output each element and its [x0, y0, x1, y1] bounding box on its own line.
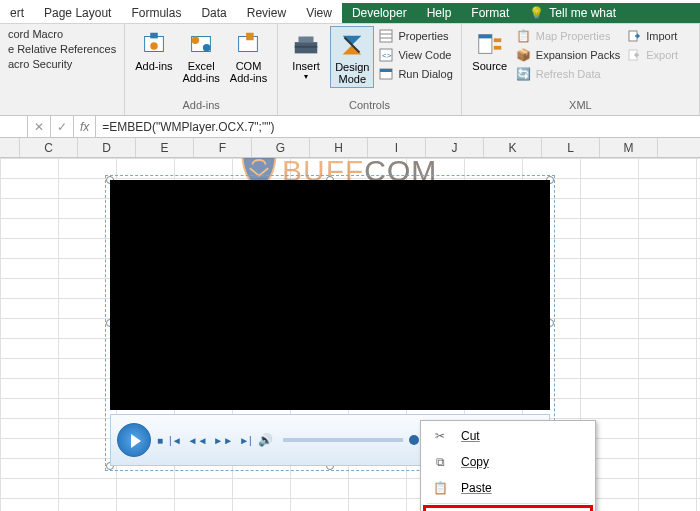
- svg-rect-10: [295, 46, 318, 48]
- tab-review[interactable]: Review: [237, 3, 296, 23]
- group-addins-label: Add-ins: [131, 97, 271, 113]
- column-headers: C D E F G H I J K L M: [0, 138, 700, 158]
- mute-button[interactable]: 🔊: [258, 433, 273, 447]
- col-header[interactable]: F: [194, 138, 252, 157]
- properties-icon: [378, 28, 394, 44]
- import-button[interactable]: Import: [626, 28, 678, 44]
- map-properties-button: 📋 Map Properties: [516, 28, 620, 44]
- svg-rect-1: [150, 33, 158, 39]
- group-controls: Insert ▾ Design Mode Properties: [278, 24, 462, 115]
- col-header[interactable]: J: [426, 138, 484, 157]
- addins-button[interactable]: Add-ins: [131, 26, 176, 74]
- properties-button[interactable]: Properties: [378, 28, 452, 44]
- group-code-label: [6, 109, 118, 113]
- fx-button[interactable]: fx: [74, 116, 96, 137]
- relative-references-button[interactable]: e Relative References: [8, 43, 116, 55]
- macro-security-button[interactable]: acro Security: [8, 58, 116, 70]
- prev-button[interactable]: |◄: [169, 435, 182, 446]
- design-mode-button[interactable]: Design Mode: [330, 26, 374, 88]
- menu-copy[interactable]: ⧉ Copy: [423, 449, 593, 475]
- play-button[interactable]: [117, 423, 151, 457]
- svg-rect-9: [299, 37, 314, 43]
- dialog-icon: [378, 66, 394, 82]
- col-header[interactable]: [0, 138, 20, 157]
- code-icon: <>: [378, 47, 394, 63]
- view-code-button[interactable]: <> View Code: [378, 47, 452, 63]
- svg-point-4: [192, 37, 200, 45]
- svg-text:<>: <>: [382, 51, 392, 60]
- col-header[interactable]: E: [136, 138, 194, 157]
- scissors-icon: ✂: [431, 429, 449, 443]
- run-dialog-button[interactable]: Run Dialog: [378, 66, 452, 82]
- col-header[interactable]: G: [252, 138, 310, 157]
- volume-knob[interactable]: [409, 435, 419, 445]
- worksheet-grid[interactable]: BUFFCOM ■ |◄ ◄◄ ►► ►| 🔊 ✂ Cut ⧉: [0, 158, 700, 511]
- svg-point-2: [150, 42, 158, 50]
- svg-marker-11: [343, 36, 362, 45]
- excel-addins-button[interactable]: Excel Add-ins: [179, 26, 224, 86]
- map-icon: 📋: [516, 28, 532, 44]
- group-xml: Source 📋 Map Properties 📦 Expansion Pack…: [462, 24, 700, 115]
- com-addins-button[interactable]: COM Add-ins: [226, 26, 271, 86]
- stop-button[interactable]: ■: [157, 435, 163, 446]
- menu-separator: [427, 503, 589, 504]
- forward-button[interactable]: ►►: [213, 435, 233, 446]
- col-header[interactable]: H: [310, 138, 368, 157]
- svg-point-5: [203, 44, 211, 52]
- record-macro-button[interactable]: cord Macro: [8, 28, 116, 40]
- tab-developer[interactable]: Developer: [342, 3, 417, 23]
- addins-label: Add-ins: [135, 60, 172, 72]
- col-header[interactable]: M: [600, 138, 658, 157]
- volume-slider[interactable]: [283, 438, 403, 442]
- lightbulb-icon: 💡: [529, 6, 544, 20]
- svg-marker-12: [343, 45, 362, 54]
- menu-paste[interactable]: 📋 Paste: [423, 475, 593, 501]
- tell-me-search[interactable]: 💡 Tell me what: [519, 3, 700, 23]
- design-mode-icon: [336, 29, 368, 61]
- svg-rect-14: [380, 30, 392, 42]
- excel-addins-icon: [185, 28, 217, 60]
- svg-rect-20: [380, 69, 392, 72]
- col-header[interactable]: K: [484, 138, 542, 157]
- group-xml-label: XML: [468, 97, 693, 113]
- video-display: [110, 180, 550, 410]
- export-icon: [626, 47, 642, 63]
- group-code: cord Macro e Relative References acro Se…: [0, 24, 125, 115]
- confirm-icon[interactable]: ✓: [51, 116, 74, 137]
- col-header[interactable]: C: [20, 138, 78, 157]
- com-addins-label: COM Add-ins: [230, 60, 267, 84]
- col-header[interactable]: L: [542, 138, 600, 157]
- tab-data[interactable]: Data: [191, 3, 236, 23]
- ribbon: cord Macro e Relative References acro Se…: [0, 24, 700, 116]
- svg-rect-23: [494, 38, 502, 42]
- menu-properties[interactable]: Properties: [423, 505, 593, 511]
- next-button[interactable]: ►|: [239, 435, 252, 446]
- cancel-icon[interactable]: ✕: [28, 116, 51, 137]
- insert-label: Insert: [292, 60, 320, 72]
- insert-control-button[interactable]: Insert ▾: [284, 26, 328, 83]
- expansion-packs-button[interactable]: 📦 Expansion Packs: [516, 47, 620, 63]
- expansion-icon: 📦: [516, 47, 532, 63]
- menu-cut[interactable]: ✂ Cut: [423, 423, 593, 449]
- col-header[interactable]: D: [78, 138, 136, 157]
- group-addins: Add-ins Excel Add-ins COM Add-ins Add-in…: [125, 24, 278, 115]
- tab-formulas[interactable]: Formulas: [121, 3, 191, 23]
- group-controls-label: Controls: [284, 97, 455, 113]
- tab-view[interactable]: View: [296, 3, 342, 23]
- formula-input[interactable]: =EMBED("WMPlayer.OCX.7";""): [96, 116, 700, 137]
- copy-icon: ⧉: [431, 455, 449, 469]
- tell-me-label: Tell me what: [549, 6, 616, 20]
- source-icon: [474, 28, 506, 60]
- source-button[interactable]: Source: [468, 26, 512, 74]
- tab-insert-partial[interactable]: ert: [0, 3, 34, 23]
- tab-help[interactable]: Help: [417, 3, 462, 23]
- tab-page-layout[interactable]: Page Layout: [34, 3, 121, 23]
- toolbox-icon: [290, 28, 322, 60]
- rewind-button[interactable]: ◄◄: [188, 435, 208, 446]
- svg-rect-22: [479, 35, 492, 39]
- source-label: Source: [472, 60, 507, 72]
- tab-format[interactable]: Format: [461, 3, 519, 23]
- refresh-data-button: 🔄 Refresh Data: [516, 66, 620, 82]
- refresh-icon: 🔄: [516, 66, 532, 82]
- col-header[interactable]: I: [368, 138, 426, 157]
